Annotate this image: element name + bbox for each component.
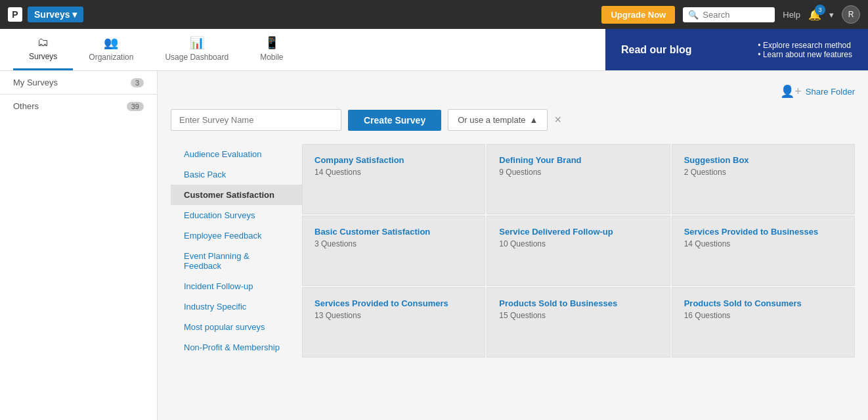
template-title-basic: Basic Customer Satisfaction [315, 227, 473, 237]
share-folder-button[interactable]: 👤+ Share Folder [780, 84, 855, 99]
search-box: 🔍 [683, 7, 775, 22]
create-row: Create Survey Or use a template ▲ × [171, 109, 855, 131]
surveys-label: Surveys [34, 9, 70, 20]
mobile-tab-icon: 📱 [265, 35, 279, 50]
top-nav: P Surveys ▾ Upgrade Now 🔍 Help 🔔 3 ▾ R [0, 0, 868, 29]
template-card-services-consumers[interactable]: Services Provided to Consumers 13 Questi… [302, 287, 485, 358]
blog-bullet-2: Learn about new features [758, 50, 852, 59]
share-folder-icon: 👤+ [780, 84, 802, 99]
others-label: Others [13, 101, 39, 111]
template-card-basic-customer[interactable]: Basic Customer Satisfaction 3 Questions [302, 216, 485, 286]
template-sub-service: 10 Questions [499, 239, 657, 248]
survey-name-input[interactable] [171, 109, 341, 131]
template-card-service-delivered[interactable]: Service Delivered Follow-up 10 Questions [487, 216, 670, 286]
user-avatar[interactable]: R [842, 5, 860, 24]
logo-icon: P [8, 7, 22, 22]
blog-title: Read our blog [621, 44, 692, 56]
upgrade-button[interactable]: Upgrade Now [601, 6, 675, 24]
template-sub-products-biz: 15 Questions [499, 311, 657, 320]
template-card-defining-brand[interactable]: Defining Your Brand 9 Questions [487, 144, 670, 214]
chevron-down-icon: ▾ [72, 9, 77, 20]
template-card-products-businesses[interactable]: Products Sold to Businesses 15 Questions [487, 287, 670, 358]
close-template-button[interactable]: × [554, 113, 561, 127]
sidebar-item-my-surveys[interactable]: My Surveys 3 [0, 71, 157, 94]
tab-usage-label: Usage Dashboard [165, 53, 228, 62]
share-folder-label: Share Folder [806, 87, 855, 97]
template-grid: Company Satisfaction 14 Questions Defini… [302, 144, 855, 358]
category-employee[interactable]: Employee Feedback [171, 225, 302, 246]
blog-bullets: Explore research method Learn about new … [758, 41, 852, 59]
notifications-button[interactable]: 🔔 3 [808, 9, 821, 21]
usage-tab-icon: 📊 [190, 35, 204, 50]
content-area: 👤+ Share Folder Create Survey Or use a t… [158, 71, 868, 420]
sidebar: My Surveys 3 Others 39 [0, 71, 158, 420]
category-audience[interactable]: Audience Evaluation [171, 144, 302, 164]
category-customer-satisfaction[interactable]: Customer Satisfaction [171, 185, 302, 205]
template-title-company: Company Satisfaction [315, 155, 473, 165]
template-title-suggestion: Suggestion Box [684, 155, 842, 165]
tab-mobile-label: Mobile [260, 53, 283, 62]
tab-usage-dashboard[interactable]: 📊 Usage Dashboard [149, 29, 244, 70]
template-section: Audience Evaluation Basic Pack Customer … [171, 144, 855, 358]
template-sub-services-biz: 14 Questions [684, 239, 842, 248]
tab-organization-label: Organization [89, 53, 133, 62]
template-sub-services-con: 13 Questions [315, 311, 473, 320]
tab-mobile[interactable]: 📱 Mobile [244, 29, 299, 70]
category-popular[interactable]: Most popular surveys [171, 317, 302, 337]
template-title-services-biz: Services Provided to Businesses [684, 227, 842, 237]
search-icon: 🔍 [688, 10, 699, 20]
surveys-app-button[interactable]: Surveys ▾ [28, 7, 83, 22]
use-template-button[interactable]: Or use a template ▲ [448, 109, 548, 131]
template-sub-products-con: 16 Questions [684, 311, 842, 320]
template-btn-label: Or use a template [458, 115, 525, 125]
template-sub-brand: 9 Questions [499, 168, 657, 177]
main-content: My Surveys 3 Others 39 👤+ Share Folder C… [0, 71, 868, 420]
category-nonprofit[interactable]: Non-Profit & Membership [171, 337, 302, 358]
tab-surveys-label: Surveys [29, 52, 57, 61]
template-title-brand: Defining Your Brand [499, 155, 657, 165]
template-sub-suggestion: 2 Questions [684, 168, 842, 177]
template-sub-basic: 3 Questions [315, 239, 473, 248]
sidebar-item-others[interactable]: Others 39 [0, 95, 157, 118]
chevron-up-icon: ▲ [530, 115, 538, 125]
category-incident[interactable]: Incident Follow-up [171, 276, 302, 296]
search-input[interactable] [703, 10, 770, 20]
create-survey-button[interactable]: Create Survey [348, 110, 441, 131]
tab-organization[interactable]: 👥 Organization [73, 29, 149, 70]
category-event[interactable]: Event Planning & Feedback [171, 246, 302, 276]
template-sub-company: 14 Questions [315, 168, 473, 177]
chevron-down-icon-bell: ▾ [829, 10, 834, 20]
content-header: 👤+ Share Folder [171, 84, 855, 99]
nav-left: P Surveys ▾ [8, 7, 83, 22]
category-basic-pack[interactable]: Basic Pack [171, 164, 302, 185]
help-link[interactable]: Help [783, 10, 800, 20]
template-card-products-consumers[interactable]: Products Sold to Consumers 16 Questions [672, 287, 855, 358]
template-title-service: Service Delivered Follow-up [499, 227, 657, 237]
category-education[interactable]: Education Surveys [171, 205, 302, 225]
template-card-services-businesses[interactable]: Services Provided to Businesses 14 Quest… [672, 216, 855, 286]
sub-nav: 🗂 Surveys 👥 Organization 📊 Usage Dashboa… [0, 29, 868, 71]
others-count: 39 [127, 102, 144, 111]
category-panel: Audience Evaluation Basic Pack Customer … [171, 144, 302, 358]
tab-surveys[interactable]: 🗂 Surveys [13, 29, 73, 70]
blog-bullet-1: Explore research method [758, 41, 852, 50]
blog-banner[interactable]: Read our blog Explore research method Le… [605, 29, 868, 70]
surveys-tab-icon: 🗂 [37, 35, 49, 49]
nav-right: Upgrade Now 🔍 Help 🔔 3 ▾ R [601, 5, 860, 24]
template-card-suggestion-box[interactable]: Suggestion Box 2 Questions [672, 144, 855, 214]
template-card-company-satisfaction[interactable]: Company Satisfaction 14 Questions [302, 144, 485, 214]
template-title-products-biz: Products Sold to Businesses [499, 298, 657, 308]
my-surveys-label: My Surveys [13, 78, 58, 87]
organization-tab-icon: 👥 [104, 35, 118, 50]
category-industry[interactable]: Industry Specific [171, 296, 302, 317]
template-title-products-con: Products Sold to Consumers [684, 298, 842, 308]
app-logo: P [8, 7, 22, 22]
my-surveys-count: 3 [131, 78, 144, 87]
template-title-services-con: Services Provided to Consumers [315, 298, 473, 308]
notification-badge: 3 [815, 5, 825, 15]
